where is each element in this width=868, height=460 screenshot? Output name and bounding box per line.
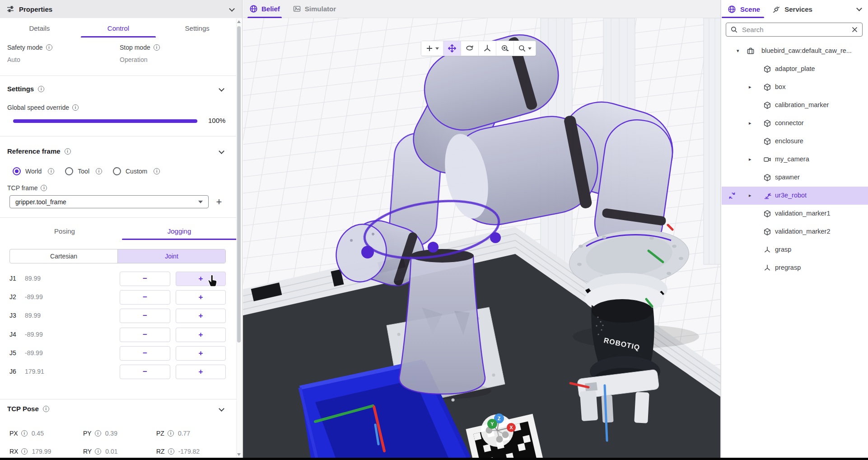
ring-handle[interactable] bbox=[490, 232, 501, 243]
scroll-up-icon[interactable] bbox=[237, 20, 241, 23]
tab-details[interactable]: Details bbox=[0, 19, 79, 38]
info-icon[interactable]: i bbox=[48, 168, 54, 174]
joint-plus-button[interactable]: + bbox=[176, 328, 226, 342]
info-icon[interactable]: i bbox=[46, 44, 52, 51]
tree-item-ur3e-robot[interactable]: ▸ur3e_robot bbox=[722, 187, 868, 205]
tcp-frame-select[interactable]: gripper.tool_frame bbox=[9, 195, 209, 208]
info-icon[interactable]: i bbox=[95, 448, 101, 455]
tree-item-label: my_camera bbox=[775, 155, 809, 163]
tree-item-connector[interactable]: ▸connector bbox=[722, 114, 868, 132]
jog-type-cartesian[interactable]: Cartesian bbox=[10, 249, 117, 263]
scrollbar[interactable] bbox=[236, 19, 242, 458]
tree-item-validation-marker1[interactable]: validation_marker1 bbox=[722, 205, 868, 223]
tune-icon bbox=[6, 5, 14, 13]
search-box[interactable] bbox=[726, 23, 863, 37]
tree-item-my-camera[interactable]: ▸my_camera bbox=[722, 150, 868, 169]
tab-belief[interactable]: Belief bbox=[243, 0, 286, 18]
expand-icon[interactable]: ▸ bbox=[749, 120, 751, 126]
tcp-frame-label: TCP frame bbox=[7, 184, 37, 192]
info-icon[interactable]: i bbox=[168, 430, 174, 437]
tree-item-bluebird-caw-default-caw-re-[interactable]: ▾bluebird_caw:default_caw_re... bbox=[722, 42, 868, 60]
info-icon[interactable]: i bbox=[38, 86, 44, 92]
tcp-rx: RXi179.99 bbox=[9, 448, 51, 455]
joint-plus-button[interactable]: + bbox=[176, 346, 226, 361]
close-icon[interactable] bbox=[851, 26, 858, 33]
scene-panel: Scene Services bbox=[722, 0, 868, 458]
scrollbar-thumb[interactable] bbox=[237, 26, 241, 343]
tree-item-grasp[interactable]: grasp bbox=[722, 241, 868, 259]
info-icon[interactable]: i bbox=[21, 430, 28, 437]
tree-item-spawner[interactable]: spawner bbox=[722, 169, 868, 187]
tab-scene[interactable]: Scene bbox=[722, 0, 766, 18]
tab-control[interactable]: Control bbox=[79, 19, 158, 38]
joint-minus-button[interactable]: − bbox=[120, 272, 170, 286]
chevron-down-icon[interactable] bbox=[229, 7, 234, 12]
joint-minus-button[interactable]: − bbox=[120, 328, 170, 342]
joint-value: 89.99 bbox=[25, 312, 41, 319]
expand-icon[interactable]: ▸ bbox=[749, 192, 751, 198]
tree-item-calibration-marker[interactable]: calibration_marker bbox=[722, 96, 868, 114]
info-icon[interactable]: i bbox=[154, 44, 160, 51]
tab-services[interactable]: Services bbox=[766, 0, 818, 18]
joint-minus-button[interactable]: − bbox=[120, 365, 170, 379]
info-icon[interactable]: i bbox=[21, 448, 28, 455]
speed-override-slider[interactable] bbox=[13, 119, 197, 123]
expand-icon[interactable]: ▸ bbox=[749, 84, 751, 90]
add-object-button[interactable] bbox=[421, 41, 443, 56]
info-icon[interactable]: i bbox=[72, 104, 79, 111]
info-icon[interactable]: i bbox=[168, 448, 174, 455]
tcp-frame-field: TCP frame i bbox=[7, 184, 47, 192]
tree-item-adaptor-plate[interactable]: adaptor_plate bbox=[722, 60, 868, 78]
tcp-ry: RYi0.01 bbox=[83, 448, 117, 455]
tab-jogging[interactable]: Jogging bbox=[122, 222, 237, 240]
tab-simulator[interactable]: Simulator bbox=[286, 0, 342, 18]
tree-item-box[interactable]: ▸box bbox=[722, 78, 868, 96]
collapse-reference-icon[interactable] bbox=[219, 149, 224, 154]
scroll-down-icon[interactable] bbox=[237, 453, 241, 456]
info-icon[interactable]: i bbox=[95, 430, 101, 437]
info-icon[interactable]: i bbox=[96, 168, 102, 174]
orbit-tool-button[interactable] bbox=[461, 41, 479, 56]
info-icon[interactable]: i bbox=[65, 148, 71, 155]
tree-item-validation-marker2[interactable]: validation_marker2 bbox=[722, 223, 868, 241]
joint-minus-button[interactable]: − bbox=[120, 346, 170, 361]
properties-header[interactable]: Properties bbox=[0, 0, 243, 18]
tree-item-label: spawner bbox=[775, 174, 800, 181]
jog-type-joint[interactable]: Joint bbox=[117, 249, 225, 263]
frame-tool-button[interactable] bbox=[479, 41, 496, 56]
info-icon[interactable]: i bbox=[154, 168, 160, 174]
expand-icon[interactable]: ▸ bbox=[749, 156, 751, 162]
chevron-down-icon[interactable] bbox=[857, 6, 862, 11]
collapse-settings-icon[interactable] bbox=[219, 87, 224, 92]
collapse-tcp-pose-icon[interactable] bbox=[219, 407, 224, 412]
joint-plus-button[interactable]: + bbox=[176, 365, 226, 379]
tree-item-enclosure[interactable]: enclosure bbox=[722, 132, 868, 150]
info-icon[interactable]: i bbox=[43, 406, 49, 412]
tcp-pose-label: TCP Pose bbox=[7, 405, 39, 413]
measure-tool-button[interactable] bbox=[496, 41, 514, 56]
add-frame-button[interactable]: + bbox=[212, 196, 226, 208]
tab-settings[interactable]: Settings bbox=[158, 19, 237, 38]
3d-viewport[interactable]: ROBOTIQ bbox=[243, 18, 720, 458]
joint-minus-button[interactable]: − bbox=[120, 290, 170, 305]
radio-custom[interactable] bbox=[113, 167, 121, 175]
jog-type-toggle: Cartesian Joint bbox=[9, 249, 226, 263]
tree-item-pregrasp[interactable]: pregrasp bbox=[722, 259, 868, 277]
caret-down-icon bbox=[198, 201, 203, 203]
ring-handle[interactable] bbox=[428, 242, 439, 253]
tab-posing[interactable]: Posing bbox=[7, 222, 122, 240]
joint-plus-button[interactable]: + bbox=[176, 290, 226, 305]
radio-tool[interactable] bbox=[65, 167, 73, 175]
ring-handle[interactable] bbox=[361, 246, 374, 258]
search-input[interactable] bbox=[742, 26, 847, 33]
joint-plus-button[interactable]: + bbox=[176, 309, 226, 323]
radio-world[interactable] bbox=[13, 167, 21, 175]
zoom-tool-button[interactable] bbox=[514, 41, 536, 56]
collapse-icon[interactable]: ▾ bbox=[737, 48, 739, 54]
move-tool-button[interactable] bbox=[443, 41, 461, 56]
info-icon[interactable]: i bbox=[41, 185, 47, 191]
cube-icon bbox=[763, 174, 771, 182]
joint-minus-button[interactable]: − bbox=[120, 309, 170, 323]
orbit-icon bbox=[465, 44, 474, 53]
tcp-pose-header: TCP Pose i bbox=[7, 405, 49, 413]
